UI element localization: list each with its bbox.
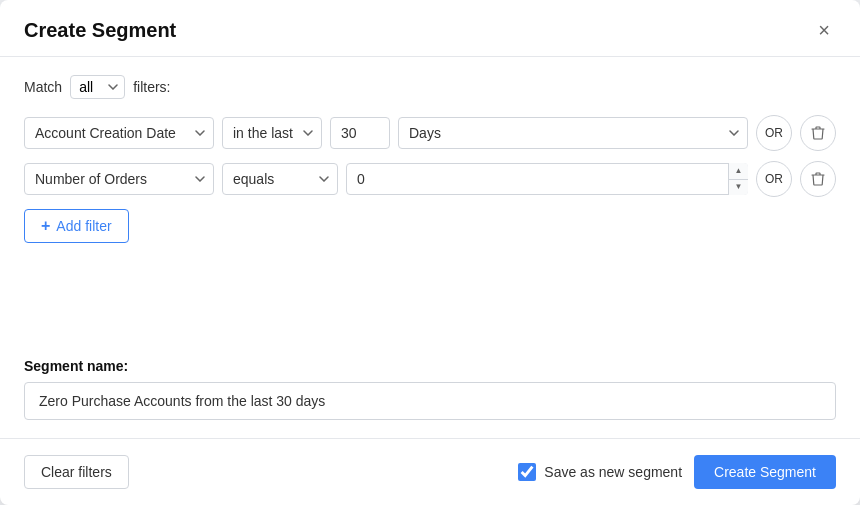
filter-value-input-1[interactable] [330, 117, 390, 149]
filter-field-select-2[interactable]: Account Creation Date Number of Orders E… [24, 163, 214, 195]
save-as-new-wrap: Save as new segment [518, 463, 682, 481]
close-button[interactable]: × [812, 18, 836, 42]
trash-icon-2 [811, 171, 825, 187]
add-filter-button[interactable]: + Add filter [24, 209, 129, 243]
match-select[interactable]: all any [70, 75, 125, 99]
filter-unit-select-1[interactable]: Days Weeks Months [398, 117, 748, 149]
number-spinners-2: ▲ ▼ [728, 163, 748, 195]
segment-name-input[interactable] [24, 382, 836, 420]
filter-condition-select-2[interactable]: equals greater than less than between [222, 163, 338, 195]
segment-name-label: Segment name: [24, 358, 836, 374]
save-as-new-label: Save as new segment [544, 464, 682, 480]
footer-right: Save as new segment Create Segment [518, 455, 836, 489]
create-segment-modal: Create Segment × Match all any filters: … [0, 0, 860, 505]
match-label-after: filters: [133, 79, 170, 95]
clear-filters-button[interactable]: Clear filters [24, 455, 129, 489]
trash-icon-1 [811, 125, 825, 141]
delete-filter-button-2[interactable] [800, 161, 836, 197]
spinner-down-2[interactable]: ▼ [729, 180, 748, 196]
delete-filter-button-1[interactable] [800, 115, 836, 151]
modal-header: Create Segment × [0, 0, 860, 57]
filter-number-input-wrap-2: ▲ ▼ [346, 163, 748, 195]
filter-number-input-2[interactable] [346, 163, 748, 195]
or-button-2[interactable]: OR [756, 161, 792, 197]
filter-row-2: Account Creation Date Number of Orders E… [24, 161, 836, 197]
create-segment-button[interactable]: Create Segment [694, 455, 836, 489]
spinner-up-2[interactable]: ▲ [729, 163, 748, 180]
add-filter-label: Add filter [56, 218, 111, 234]
modal-footer: Clear filters Save as new segment Create… [0, 438, 860, 505]
plus-icon: + [41, 217, 50, 235]
or-button-1[interactable]: OR [756, 115, 792, 151]
filter-row-1: Account Creation Date Number of Orders E… [24, 115, 836, 151]
save-as-new-checkbox[interactable] [518, 463, 536, 481]
match-row: Match all any filters: [24, 75, 836, 99]
segment-name-section: Segment name: [0, 340, 860, 420]
filter-condition-select-1[interactable]: in the last before after between [222, 117, 322, 149]
filter-field-select-1[interactable]: Account Creation Date Number of Orders E… [24, 117, 214, 149]
modal-body: Match all any filters: Account Creation … [0, 57, 860, 340]
modal-title: Create Segment [24, 19, 176, 42]
match-label-before: Match [24, 79, 62, 95]
